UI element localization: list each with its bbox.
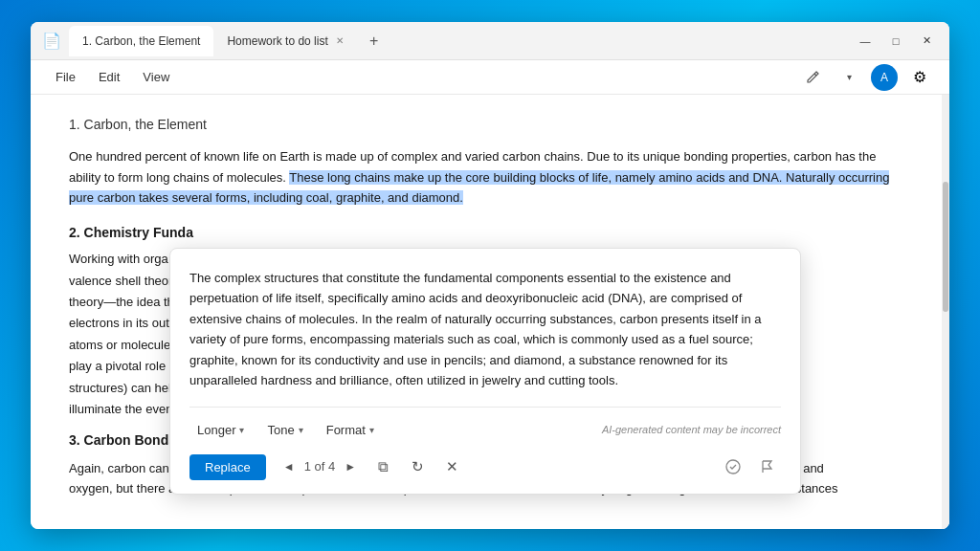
maximize-button[interactable]: □ <box>884 30 907 53</box>
scrollbar-thumb[interactable] <box>943 182 948 312</box>
format-dropdown[interactable]: Format ▾ <box>319 417 382 445</box>
replace-button[interactable]: Replace <box>189 454 266 480</box>
tone-dropdown[interactable]: Tone ▾ <box>259 417 310 445</box>
app-window: 📄 1. Carbon, the Element Homework to do … <box>31 22 949 529</box>
longer-chevron: ▾ <box>239 423 244 438</box>
longer-dropdown[interactable]: Longer ▾ <box>189 417 252 445</box>
next-button[interactable]: ► <box>339 455 362 478</box>
app-icon: 📄 <box>42 32 61 51</box>
ai-actions-row: Replace ◄ 1 of 4 ► ⧉ ↻ ✕ <box>189 453 781 480</box>
scrollbar[interactable] <box>942 95 949 529</box>
svg-point-0 <box>726 460 740 474</box>
edit-menu[interactable]: Edit <box>89 66 129 88</box>
longer-label: Longer <box>197 421 235 441</box>
chevron-down-icon[interactable]: ▾ <box>835 63 863 92</box>
tab-homework[interactable]: Homework to do list ✕ <box>213 26 356 56</box>
settings-icon[interactable]: ⚙ <box>905 63 934 92</box>
ai-toolbar: Longer ▾ Tone ▾ Format ▾ AI-generated co… <box>189 407 781 445</box>
new-tab-button[interactable]: + <box>361 28 388 55</box>
nav-arrows: ◄ 1 of 4 ► <box>278 455 363 478</box>
tab-close-icon[interactable]: ✕ <box>336 35 344 46</box>
menu-bar: File Edit View ▾ A ⚙ <box>31 60 949 95</box>
tab-bar: 1. Carbon, the Element Homework to do li… <box>69 26 854 56</box>
tone-label: Tone <box>267 421 294 441</box>
copy-icon[interactable]: ⧉ <box>369 453 396 480</box>
minimize-button[interactable]: — <box>854 30 877 53</box>
section2-heading: 2. Chemistry Funda <box>69 222 911 243</box>
prev-button[interactable]: ◄ <box>278 455 301 478</box>
title-bar: 📄 1. Carbon, the Element Homework to do … <box>31 22 949 60</box>
avatar[interactable]: A <box>871 64 898 91</box>
ai-disclaimer: AI-generated content may be incorrect <box>602 422 781 439</box>
tone-chevron: ▾ <box>299 423 303 438</box>
window-controls: — □ ✕ <box>854 30 938 53</box>
menu-right-icons: ▾ A ⚙ <box>798 63 934 92</box>
close-popup-icon[interactable]: ✕ <box>438 453 465 480</box>
format-chevron: ▾ <box>369 423 374 438</box>
tab-homework-label: Homework to do list <box>227 34 327 48</box>
flag-icon[interactable] <box>754 453 781 480</box>
ai-generated-text: The complex structures that constitute t… <box>189 268 781 391</box>
refresh-icon[interactable]: ↻ <box>404 453 431 480</box>
format-label: Format <box>326 421 366 441</box>
page-indicator: 1 of 4 <box>304 457 336 477</box>
tab-carbon-label: 1. Carbon, the Element <box>82 34 200 48</box>
ai-popup: The complex structures that constitute t… <box>169 248 801 495</box>
tab-carbon[interactable]: 1. Carbon, the Element <box>69 26 213 56</box>
file-menu[interactable]: File <box>46 66 85 88</box>
content-area: 1. Carbon, the Element One hundred perce… <box>31 95 949 529</box>
doc-heading: 1. Carbon, the Element <box>69 114 911 135</box>
close-button[interactable]: ✕ <box>915 30 938 53</box>
doc-body: One hundred percent of known life on Ear… <box>69 146 911 208</box>
save-icon[interactable] <box>720 453 746 480</box>
view-menu[interactable]: View <box>133 66 179 88</box>
draw-icon[interactable] <box>798 63 827 92</box>
